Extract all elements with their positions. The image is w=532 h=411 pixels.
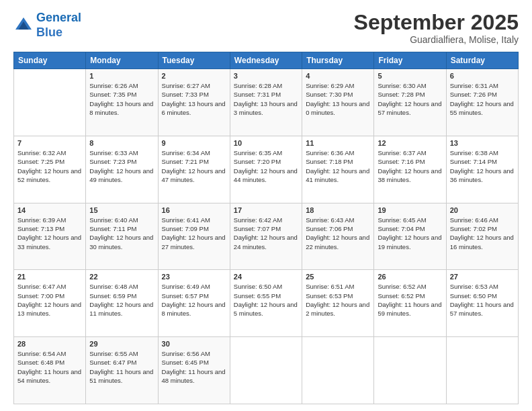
day-info: Sunrise: 6:46 AMSunset: 7:02 PMDaylight:… — [450, 216, 514, 250]
day-number: 28 — [17, 340, 82, 348]
day-info: Sunrise: 6:29 AMSunset: 7:30 PMDaylight:… — [306, 82, 369, 116]
day-info: Sunrise: 6:48 AMSunset: 6:59 PMDaylight:… — [89, 283, 153, 317]
day-info: Sunrise: 6:52 AMSunset: 6:52 PMDaylight:… — [378, 283, 441, 317]
col-tuesday: Tuesday — [158, 52, 230, 69]
day-number: 20 — [450, 206, 515, 214]
day-info: Sunrise: 6:36 AMSunset: 7:18 PMDaylight:… — [306, 149, 369, 183]
day-cell: 12 Sunrise: 6:37 AMSunset: 7:16 PMDaylig… — [374, 136, 446, 203]
logo-line2: Blue — [36, 26, 62, 39]
day-number: 10 — [234, 139, 298, 147]
day-info: Sunrise: 6:30 AMSunset: 7:28 PMDaylight:… — [378, 82, 441, 116]
page: General Blue September 2025 Guardialfier… — [0, 0, 532, 411]
day-cell: 8 Sunrise: 6:33 AMSunset: 7:23 PMDayligh… — [86, 136, 158, 203]
day-info: Sunrise: 6:28 AMSunset: 7:31 PMDaylight:… — [234, 82, 298, 116]
day-info: Sunrise: 6:38 AMSunset: 7:14 PMDaylight:… — [450, 149, 514, 183]
day-info: Sunrise: 6:37 AMSunset: 7:16 PMDaylight:… — [378, 149, 441, 183]
day-info: Sunrise: 6:42 AMSunset: 7:07 PMDaylight:… — [234, 216, 298, 250]
day-cell — [302, 337, 374, 404]
day-number: 6 — [450, 72, 515, 80]
day-cell: 21 Sunrise: 6:47 AMSunset: 7:00 PMDaylig… — [14, 270, 86, 337]
day-cell: 26 Sunrise: 6:52 AMSunset: 6:52 PMDaylig… — [374, 270, 446, 337]
logo-text: General Blue — [36, 11, 81, 40]
day-info: Sunrise: 6:55 AMSunset: 6:47 PMDaylight:… — [89, 350, 153, 384]
day-info: Sunrise: 6:54 AMSunset: 6:48 PMDaylight:… — [17, 350, 81, 384]
week-row-3: 21 Sunrise: 6:47 AMSunset: 7:00 PMDaylig… — [14, 270, 519, 337]
col-monday: Monday — [86, 52, 158, 69]
day-number: 12 — [378, 139, 442, 147]
week-row-4: 28 Sunrise: 6:54 AMSunset: 6:48 PMDaylig… — [14, 337, 519, 404]
day-number: 9 — [162, 139, 226, 147]
day-info: Sunrise: 6:56 AMSunset: 6:45 PMDaylight:… — [162, 350, 226, 384]
day-number: 11 — [306, 139, 370, 147]
day-info: Sunrise: 6:27 AMSunset: 7:33 PMDaylight:… — [162, 82, 226, 116]
day-cell: 9 Sunrise: 6:34 AMSunset: 7:21 PMDayligh… — [158, 136, 230, 203]
day-cell: 29 Sunrise: 6:55 AMSunset: 6:47 PMDaylig… — [86, 337, 158, 404]
day-cell — [446, 337, 518, 404]
day-cell: 18 Sunrise: 6:43 AMSunset: 7:06 PMDaylig… — [302, 203, 374, 270]
day-info: Sunrise: 6:32 AMSunset: 7:25 PMDaylight:… — [17, 149, 81, 183]
day-number: 23 — [162, 273, 226, 281]
day-number: 2 — [162, 72, 226, 80]
day-info: Sunrise: 6:43 AMSunset: 7:06 PMDaylight:… — [306, 216, 369, 250]
day-info: Sunrise: 6:26 AMSunset: 7:35 PMDaylight:… — [89, 82, 153, 116]
day-cell: 2 Sunrise: 6:27 AMSunset: 7:33 PMDayligh… — [158, 69, 230, 136]
day-cell: 23 Sunrise: 6:49 AMSunset: 6:57 PMDaylig… — [158, 270, 230, 337]
day-cell: 30 Sunrise: 6:56 AMSunset: 6:45 PMDaylig… — [158, 337, 230, 404]
svg-rect-2 — [21, 26, 26, 30]
day-number: 15 — [89, 206, 154, 214]
day-number: 26 — [378, 273, 442, 281]
day-cell: 17 Sunrise: 6:42 AMSunset: 7:07 PMDaylig… — [230, 203, 302, 270]
day-info: Sunrise: 6:39 AMSunset: 7:13 PMDaylight:… — [17, 216, 81, 250]
calendar-table: Sunday Monday Tuesday Wednesday Thursday… — [13, 52, 519, 404]
day-cell: 14 Sunrise: 6:39 AMSunset: 7:13 PMDaylig… — [14, 203, 86, 270]
day-info: Sunrise: 6:53 AMSunset: 6:50 PMDaylight:… — [450, 283, 514, 317]
day-info: Sunrise: 6:50 AMSunset: 6:55 PMDaylight:… — [234, 283, 298, 317]
day-number: 29 — [89, 340, 154, 348]
day-number: 27 — [450, 273, 515, 281]
day-cell — [14, 69, 86, 136]
day-number: 22 — [89, 273, 154, 281]
day-number: 13 — [450, 139, 515, 147]
day-cell: 15 Sunrise: 6:40 AMSunset: 7:11 PMDaylig… — [86, 203, 158, 270]
day-cell: 5 Sunrise: 6:30 AMSunset: 7:28 PMDayligh… — [374, 69, 446, 136]
day-cell: 1 Sunrise: 6:26 AMSunset: 7:35 PMDayligh… — [86, 69, 158, 136]
title-block: September 2025 Guardialfiera, Molise, It… — [354, 11, 519, 45]
day-cell: 11 Sunrise: 6:36 AMSunset: 7:18 PMDaylig… — [302, 136, 374, 203]
day-info: Sunrise: 6:33 AMSunset: 7:23 PMDaylight:… — [89, 149, 153, 183]
day-info: Sunrise: 6:40 AMSunset: 7:11 PMDaylight:… — [89, 216, 153, 250]
day-number: 7 — [17, 139, 82, 147]
day-cell: 3 Sunrise: 6:28 AMSunset: 7:31 PMDayligh… — [230, 69, 302, 136]
day-info: Sunrise: 6:35 AMSunset: 7:20 PMDaylight:… — [234, 149, 298, 183]
day-number: 30 — [162, 340, 226, 348]
day-cell: 25 Sunrise: 6:51 AMSunset: 6:53 PMDaylig… — [302, 270, 374, 337]
week-row-0: 1 Sunrise: 6:26 AMSunset: 7:35 PMDayligh… — [14, 69, 519, 136]
day-info: Sunrise: 6:45 AMSunset: 7:04 PMDaylight:… — [378, 216, 441, 250]
col-wednesday: Wednesday — [230, 52, 302, 69]
day-cell: 7 Sunrise: 6:32 AMSunset: 7:25 PMDayligh… — [14, 136, 86, 203]
day-cell — [374, 337, 446, 404]
day-cell: 20 Sunrise: 6:46 AMSunset: 7:02 PMDaylig… — [446, 203, 518, 270]
day-info: Sunrise: 6:41 AMSunset: 7:09 PMDaylight:… — [162, 216, 226, 250]
day-cell — [230, 337, 302, 404]
day-cell: 6 Sunrise: 6:31 AMSunset: 7:26 PMDayligh… — [446, 69, 518, 136]
month-title: September 2025 — [354, 11, 519, 34]
day-info: Sunrise: 6:51 AMSunset: 6:53 PMDaylight:… — [306, 283, 369, 317]
day-number: 14 — [17, 206, 82, 214]
day-number: 3 — [234, 72, 298, 80]
day-cell: 19 Sunrise: 6:45 AMSunset: 7:04 PMDaylig… — [374, 203, 446, 270]
day-number: 1 — [89, 72, 154, 80]
day-number: 17 — [234, 206, 298, 214]
col-sunday: Sunday — [14, 52, 86, 69]
day-number: 8 — [89, 139, 154, 147]
day-cell: 16 Sunrise: 6:41 AMSunset: 7:09 PMDaylig… — [158, 203, 230, 270]
day-cell: 28 Sunrise: 6:54 AMSunset: 6:48 PMDaylig… — [14, 337, 86, 404]
col-friday: Friday — [374, 52, 446, 69]
col-saturday: Saturday — [446, 52, 518, 69]
day-number: 19 — [378, 206, 442, 214]
week-row-2: 14 Sunrise: 6:39 AMSunset: 7:13 PMDaylig… — [14, 203, 519, 270]
week-row-1: 7 Sunrise: 6:32 AMSunset: 7:25 PMDayligh… — [14, 136, 519, 203]
day-number: 25 — [306, 273, 370, 281]
header-row: Sunday Monday Tuesday Wednesday Thursday… — [14, 52, 519, 69]
day-info: Sunrise: 6:31 AMSunset: 7:26 PMDaylight:… — [450, 82, 514, 116]
day-number: 24 — [234, 273, 298, 281]
